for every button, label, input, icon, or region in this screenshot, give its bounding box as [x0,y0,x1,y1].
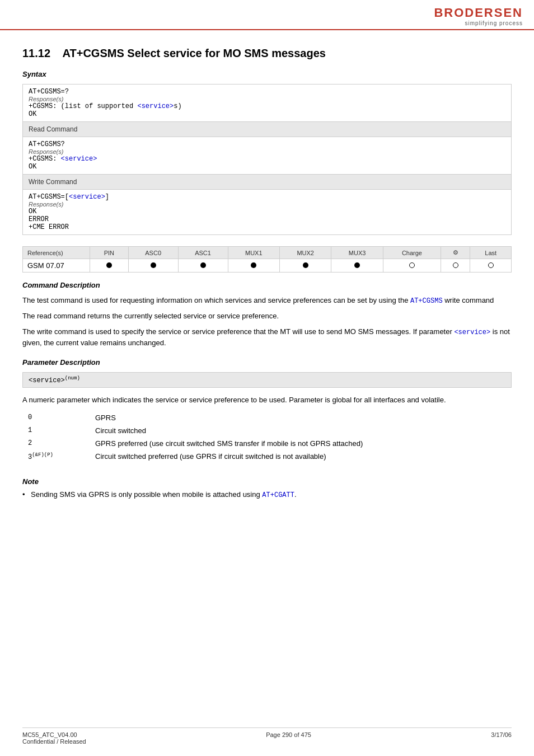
syntax-table: AT+CGSMS=? Response(s) +CGSMS: (list of … [22,84,512,235]
param-desc-2: GPRS preferred (use circuit switched SMS… [90,437,512,450]
param-desc-0: GPRS [90,411,512,424]
section-title: 11.12 AT+CGSMS Select service for MO SMS… [22,47,512,60]
ref-dot-pin [90,259,129,273]
param-value-1: 1 Circuit switched [22,424,512,437]
main-content: 11.12 AT+CGSMS Select service for MO SMS… [0,30,534,523]
note-item-1: Sending SMS via GPRS is only possible wh… [22,489,512,500]
footer-doc-id: MC55_ATC_V04.00 [22,731,86,738]
ref-col-mux3: MUX3 [331,247,383,259]
ref-dot-mux1 [228,259,279,273]
read-response-label: Response(s) [29,148,505,155]
ref-dot-mux2 [279,259,331,273]
write-response-label: Response(s) [29,201,505,208]
cmd-desc-p2: The read command returns the currently s… [22,311,512,322]
test-response-label: Response(s) [29,96,505,102]
read-response: +CGSMS: <service> [29,155,505,163]
test-ok: OK [29,110,505,118]
atcgsms-link-1: AT+CGSMS [410,297,443,305]
atcgatt-link: AT+CGATT [262,491,294,499]
ref-dot-mux3 [331,259,383,273]
page-container: BRODERSEN simplifying process 11.12 AT+C… [0,0,534,756]
param-values-table: 0 GPRS 1 Circuit switched 2 GPRS preferr… [22,411,512,463]
write-header: Write Command [23,175,512,190]
cmd-desc-body: The test command is used for requesting … [22,295,512,348]
test-command-row: AT+CGSMS=? Response(s) +CGSMS: (list of … [23,84,512,122]
param-value-0: 0 GPRS [22,411,512,424]
write-command-cmd: AT+CGSMS=[<service>] [29,193,505,201]
footer-center: Page 290 of 475 [266,731,311,745]
param-desc-label: Parameter Description [22,358,512,367]
ref-col-asc1: ASC1 [178,247,228,259]
ref-value: GSM 07.07 [23,259,90,273]
service-tag-inline: <service> [454,328,490,336]
page-header: BRODERSEN simplifying process [0,0,534,30]
write-resp-ok: OK [29,208,505,215]
write-command-row: Write Command [23,175,512,190]
ref-dot-asc0 [128,259,178,273]
reference-table: Reference(s) PIN ASC0 ASC1 MUX1 MUX2 MUX… [22,246,512,273]
ref-col-asc0: ASC0 [128,247,178,259]
read-header: Read Command [23,122,512,137]
param-header-row: <service>(num) [23,373,512,388]
note-label: Note [22,477,512,486]
service-tag-3: <service> [69,193,105,201]
dot-mux1-icon [251,262,256,268]
footer-date: 3/17/06 [491,731,512,745]
footer-confidential: Confidential / Released [22,738,86,745]
ref-col-pin: PIN [90,247,129,259]
dot-pin-icon [106,262,112,268]
param-val-3: 3(&F)(P) [22,450,90,463]
page-footer: MC55_ATC_V04.00 Confidential / Released … [22,727,512,745]
param-header-table: <service>(num) [22,372,512,388]
ref-col-charge: Charge [383,247,441,259]
ref-label-cell: Reference(s) [23,247,90,259]
cmd-desc-p1: The test command is used for requesting … [22,295,512,306]
service-tag-1: <service> [137,102,174,110]
cmd-desc-p3: The write command is used to specify the… [22,326,512,349]
footer-left: MC55_ATC_V04.00 Confidential / Released [22,731,86,745]
ref-data-row: GSM 07.07 [23,259,512,273]
param-val-0: 0 [22,411,90,424]
param-desc-text: A numeric parameter which indicates the … [22,395,512,406]
read-command-row: Read Command [23,122,512,137]
param-desc-3: Circuit switched preferred (use GPRS if … [90,450,512,463]
param-val-2: 2 [22,437,90,450]
read-command-content: AT+CGSMS? Response(s) +CGSMS: <service> … [23,137,512,175]
ref-col-mux2: MUX2 [279,247,331,259]
param-desc-1: Circuit switched [90,424,512,437]
dot-mux3-icon [354,262,360,268]
param-val-1: 1 [22,424,90,437]
dot-mux2-icon [303,262,308,268]
ref-dot-gear [441,259,470,273]
dot-asc0-icon [151,262,156,268]
ref-header-row: Reference(s) PIN ASC0 ASC1 MUX1 MUX2 MUX… [23,247,512,259]
param-header-cell: <service>(num) [23,373,512,388]
read-ok: OK [29,163,505,171]
ref-col-gear: ⚙ [441,247,470,259]
ref-col-mux1: MUX1 [228,247,279,259]
ref-dot-charge [383,259,441,273]
dot-asc1-icon [200,262,206,268]
ref-col-last: Last [470,247,512,259]
logo-area: BRODERSEN simplifying process [434,6,523,26]
param-value-3: 3(&F)(P) Circuit switched preferred (use… [22,450,512,463]
write-resp-error: ERROR [29,215,505,223]
write-resp-cme: +CME ERROR [29,223,505,231]
dot-gear-icon [453,262,458,268]
ref-dot-asc1 [178,259,228,273]
read-command-cmd: AT+CGSMS? [29,140,505,148]
test-command-cmd: AT+CGSMS=? [29,88,505,96]
logo-text: BRODERSEN [434,6,523,20]
dot-last-icon [488,262,494,268]
logo-subtitle: simplifying process [465,20,523,26]
syntax-label: Syntax [22,70,512,78]
write-command-content: AT+CGSMS=[<service>] Response(s) OK ERRO… [23,190,512,235]
param-value-2: 2 GPRS preferred (use circuit switched S… [22,437,512,450]
dot-charge-icon [409,262,415,268]
cmd-desc-label: Command Description [22,281,512,289]
test-response: +CGSMS: (list of supported <service>s) [29,102,505,110]
service-tag-2: <service> [61,155,97,163]
ref-dot-last [470,259,512,273]
